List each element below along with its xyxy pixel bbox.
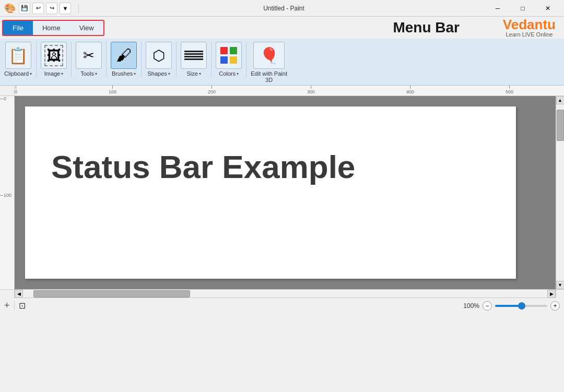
zoom-slider-track[interactable] — [495, 305, 547, 307]
ribbon-group-colors: Colors ▾ — [216, 42, 246, 77]
scrollbar-vertical[interactable]: ▲ ▼ — [556, 96, 564, 289]
scrollbar-horizontal-row: ◀ ▶ — [0, 289, 564, 298]
ribbon-group-brushes: 🖌 Brushes ▾ — [111, 42, 142, 77]
scroll-up-button[interactable]: ▲ — [556, 96, 565, 104]
ruler-mark-100: 100 — [109, 86, 116, 94]
title-divider — [78, 4, 79, 13]
tools-label: Tools ▾ — [80, 70, 97, 77]
ribbon-group-tools: ✂ Tools ▾ — [76, 42, 107, 77]
brushes-label: Brushes ▾ — [112, 70, 136, 77]
colors-label: Colors ▾ — [219, 70, 239, 77]
ribbon-group-clipboard: 📋 Clipboard ▾ — [4, 42, 37, 77]
zoom-slider-thumb[interactable] — [518, 302, 525, 310]
menu-bar-label: Menu Bar — [393, 19, 460, 36]
shapes-label: Shapes ▾ — [147, 70, 170, 77]
ruler-mark-500: 500 — [506, 86, 513, 94]
ribbon: 📋 Clipboard ▾ 🖼 Image ▾ ✂ Tools ▾ 🖌 Brus — [0, 39, 564, 86]
ruler-row: 0 100 200 300 400 500 — [0, 86, 564, 96]
maximize-button[interactable]: □ — [511, 1, 535, 16]
scroll-corner-right — [556, 290, 564, 298]
size-chevron: ▾ — [199, 72, 201, 76]
selection-icon: ⊡ — [19, 301, 26, 311]
save-button[interactable]: 💾 — [19, 3, 30, 14]
menu-bar: File Home View Menu Bar Vedantu Learn LI… — [0, 17, 564, 39]
clipboard-chevron: ▾ — [30, 72, 32, 76]
ribbon-group-paint3d: 🎈 Edit with Paint 3D — [251, 42, 291, 83]
canvas-area: 0 100 Status Bar Example ▲ ▼ — [0, 96, 564, 289]
ribbon-group-shapes: ⬡ Shapes ▾ — [146, 42, 177, 77]
customize-button[interactable]: ▼ — [60, 3, 71, 14]
colors-button[interactable] — [216, 42, 242, 69]
vedantu-name: Vedantu — [503, 18, 556, 31]
title-bar: 🎨 💾 ↩ ↪ ▼ Untitled - Paint ─ □ ✕ — [0, 0, 564, 17]
size-label: Size ▾ — [186, 70, 201, 77]
status-bar: + ⊡ 100% − + — [0, 298, 564, 313]
ruler-mark-400: 400 — [406, 86, 414, 94]
paint3d-icon: 🎈 — [260, 46, 279, 65]
zoom-percent: 100% — [463, 302, 479, 310]
shapes-chevron: ▾ — [168, 72, 170, 76]
redo-button[interactable]: ↪ — [46, 3, 57, 14]
scroll-left-button[interactable]: ◀ — [15, 290, 23, 298]
size-button[interactable] — [181, 42, 207, 69]
clipboard-label: Clipboard ▾ — [4, 70, 32, 77]
status-divider-1 — [14, 301, 15, 311]
ruler-vertical: 0 100 — [0, 96, 15, 289]
window-title: Untitled - Paint — [82, 5, 486, 12]
ruler-mark-0: 0 — [15, 86, 17, 94]
minimize-button[interactable]: ─ — [486, 1, 510, 16]
vedantu-tagline: Learn LIVE Online — [506, 31, 553, 38]
scrollbar-horizontal[interactable]: ◀ ▶ — [15, 290, 556, 298]
menu-tab-file[interactable]: File — [3, 21, 33, 35]
quick-access-toolbar: 💾 ↩ ↪ ▼ — [19, 3, 71, 14]
undo-button[interactable]: ↩ — [32, 3, 44, 14]
shapes-icon: ⬡ — [152, 47, 165, 64]
svg-rect-2 — [220, 56, 228, 64]
menu-tab-view[interactable]: View — [70, 21, 103, 35]
menu-tabs: File Home View — [2, 20, 104, 36]
scroll-track-horizontal[interactable] — [23, 290, 547, 298]
clipboard-icon: 📋 — [8, 46, 28, 65]
vedantu-logo: Vedantu Learn LIVE Online — [503, 18, 556, 38]
shapes-button[interactable]: ⬡ — [146, 42, 172, 69]
tools-chevron: ▾ — [95, 72, 97, 76]
image-label: Image ▾ — [44, 70, 64, 77]
image-chevron: ▾ — [61, 72, 63, 76]
add-button[interactable]: + — [4, 300, 10, 311]
paint3d-label: Edit with Paint 3D — [251, 70, 287, 83]
image-icon: 🖼 — [44, 45, 63, 66]
scroll-track-vertical[interactable] — [556, 104, 564, 281]
zoom-slider-fill — [495, 305, 521, 307]
tools-icon: ✂ — [83, 47, 95, 64]
clipboard-button[interactable]: 📋 — [5, 42, 31, 69]
ruler-mark-300: 300 — [307, 86, 315, 94]
ruler-corner — [0, 86, 15, 96]
tools-button[interactable]: ✂ — [76, 42, 102, 69]
ribbon-group-image: 🖼 Image ▾ — [41, 42, 72, 77]
svg-rect-1 — [230, 47, 237, 54]
canvas-surface[interactable]: Status Bar Example — [25, 106, 516, 279]
status-selection-section: ⊡ — [19, 301, 26, 311]
ruler-horizontal: 0 100 200 300 400 500 — [15, 86, 564, 96]
menu-tab-home[interactable]: Home — [33, 21, 70, 35]
app-icon: 🎨 — [4, 3, 16, 14]
ruler-v-mark-0: 0 — [0, 96, 6, 101]
scroll-thumb-vertical[interactable] — [557, 110, 564, 141]
close-button[interactable]: ✕ — [536, 1, 560, 16]
scroll-down-button[interactable]: ▼ — [556, 281, 565, 289]
svg-rect-3 — [230, 56, 237, 64]
brushes-icon: 🖌 — [116, 46, 132, 64]
zoom-out-button[interactable]: − — [483, 301, 492, 311]
svg-rect-0 — [220, 47, 228, 54]
image-button[interactable]: 🖼 — [41, 42, 67, 69]
zoom-area: 100% − + — [463, 301, 560, 311]
paint3d-button[interactable]: 🎈 — [253, 42, 285, 69]
size-icon — [184, 51, 203, 60]
scroll-right-button[interactable]: ▶ — [547, 290, 556, 298]
scroll-thumb-horizontal[interactable] — [33, 290, 190, 298]
scroll-corner-left — [0, 290, 15, 298]
colors-icon — [219, 46, 238, 65]
canvas-scroll-area: Status Bar Example — [15, 96, 556, 289]
zoom-in-button[interactable]: + — [550, 301, 560, 311]
brushes-button[interactable]: 🖌 — [111, 42, 137, 69]
